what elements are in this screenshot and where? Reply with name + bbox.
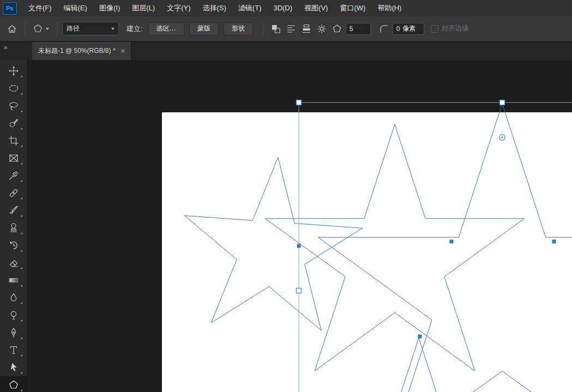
path-arrangement-icon	[301, 23, 312, 34]
menu-edit[interactable]: 编辑(E)	[58, 0, 93, 16]
close-tab-icon[interactable]: ×	[121, 47, 125, 55]
move-icon	[8, 65, 19, 76]
elliptical-marquee-icon	[8, 83, 19, 94]
type-icon	[8, 345, 19, 355]
crop-icon	[8, 135, 19, 146]
frame-icon	[8, 153, 19, 164]
chevron-down-icon	[111, 28, 115, 30]
history-brush-icon	[8, 240, 19, 251]
blur-icon	[8, 292, 19, 303]
rounded-corner-icon	[378, 23, 389, 34]
quick-selection-icon	[8, 118, 19, 129]
lasso-icon	[8, 100, 19, 111]
home-button[interactable]	[4, 21, 20, 37]
tool-preset-dropdown[interactable]	[30, 22, 52, 35]
menu-file[interactable]: 文件(F)	[22, 0, 58, 16]
dodge-tool[interactable]	[0, 306, 27, 324]
menu-layer[interactable]: 图层(L)	[126, 0, 161, 16]
menu-type[interactable]: 文字(Y)	[161, 0, 196, 16]
tool-mode-value: 路径	[67, 24, 80, 33]
polygon-sides-input[interactable]	[346, 23, 371, 35]
shape-settings-button[interactable]	[314, 21, 329, 37]
gradient-icon	[8, 275, 19, 286]
polygon-sides-icon	[329, 21, 345, 37]
eyedropper-tool[interactable]	[0, 167, 27, 184]
polygon-tool[interactable]	[0, 376, 27, 392]
corner-radius-value: 0	[396, 25, 400, 33]
path-operations-icon	[270, 23, 281, 34]
tools-panel	[0, 60, 27, 392]
path-alignment-icon	[286, 23, 297, 34]
menu-window[interactable]: 窗口(W)	[334, 0, 371, 16]
path-operations-button[interactable]	[268, 21, 284, 37]
document-tab-title: 未标题-1 @ 50%(RGB/8) *	[38, 46, 116, 56]
make-mask-button[interactable]: 蒙版	[189, 22, 219, 35]
pen-tool[interactable]	[0, 324, 27, 341]
menu-bar: Ps 文件(F)编辑(E)图像(I)图层(L)文字(Y)选择(S)滤镜(T)3D…	[0, 0, 572, 17]
divider	[57, 21, 57, 37]
type-tool[interactable]	[0, 341, 27, 359]
elliptical-marquee-tool[interactable]	[0, 80, 27, 97]
document-canvas[interactable]	[162, 112, 572, 392]
history-brush-tool[interactable]	[0, 237, 27, 254]
make-selection-button[interactable]: 选区…	[148, 22, 184, 35]
blur-tool[interactable]	[0, 289, 27, 306]
make-label: 建立:	[127, 24, 143, 34]
corner-radius-icon	[376, 21, 392, 37]
clone-stamp-icon	[8, 222, 19, 233]
path-arrangement-button[interactable]	[299, 21, 314, 37]
move-tool[interactable]	[0, 62, 27, 80]
menu-items: 文件(F)编辑(E)图像(I)图层(L)文字(Y)选择(S)滤镜(T)3D(D)…	[22, 0, 407, 16]
tool-mode-select[interactable]: 路径	[62, 22, 119, 35]
quick-selection-tool[interactable]	[0, 114, 27, 132]
menu-filter[interactable]: 滤镜(T)	[232, 0, 268, 16]
divider	[25, 21, 25, 37]
options-bar: 路径 建立: 选区… 蒙版 形状 0 像素 对齐边缘	[0, 16, 572, 41]
make-shape-button[interactable]: 形状	[224, 22, 253, 35]
healing-brush-icon	[8, 188, 19, 198]
clone-stamp-tool[interactable]	[0, 219, 27, 237]
chevron-down-icon	[46, 28, 49, 30]
divider	[263, 21, 263, 37]
corner-radius-unit: 像素	[402, 24, 416, 33]
document-tab[interactable]: 未标题-1 @ 50%(RGB/8) * ×	[32, 42, 131, 60]
corner-radius-field[interactable]: 0 像素	[393, 23, 424, 35]
tab-bar: » 未标题-1 @ 50%(RGB/8) * ×	[0, 42, 572, 60]
pentagon-icon	[332, 23, 342, 34]
align-edges-checkbox[interactable]	[431, 25, 438, 33]
dodge-icon	[8, 310, 19, 321]
menu-help[interactable]: 帮助(H)	[371, 0, 407, 16]
brush-tool[interactable]	[0, 202, 27, 219]
gear-icon	[316, 23, 327, 34]
healing-brush-tool[interactable]	[0, 184, 27, 202]
pen-icon	[8, 327, 19, 338]
path-alignment-button[interactable]	[284, 21, 299, 37]
eraser-tool[interactable]	[0, 254, 27, 272]
collapse-panels-chevron[interactable]: »	[0, 42, 27, 60]
path-selection-icon	[8, 362, 19, 373]
menu-3d[interactable]: 3D(D)	[267, 0, 298, 16]
menu-image[interactable]: 图像(I)	[93, 0, 126, 16]
lasso-tool[interactable]	[0, 97, 27, 114]
polygon-icon	[8, 379, 19, 390]
home-icon	[7, 23, 17, 34]
brush-icon	[8, 205, 19, 216]
menu-view[interactable]: 视图(V)	[298, 0, 334, 16]
align-edges-label: 对齐边缘	[442, 24, 469, 33]
photoshop-logo: Ps	[3, 2, 17, 15]
crop-tool[interactable]	[0, 132, 27, 149]
gradient-tool[interactable]	[0, 272, 27, 289]
menu-select[interactable]: 选择(S)	[196, 0, 232, 16]
eyedropper-icon	[8, 170, 19, 181]
polygon-tool-icon	[33, 23, 43, 34]
frame-tool[interactable]	[0, 149, 27, 167]
eraser-icon	[8, 257, 19, 268]
path-selection-tool[interactable]	[0, 359, 27, 376]
